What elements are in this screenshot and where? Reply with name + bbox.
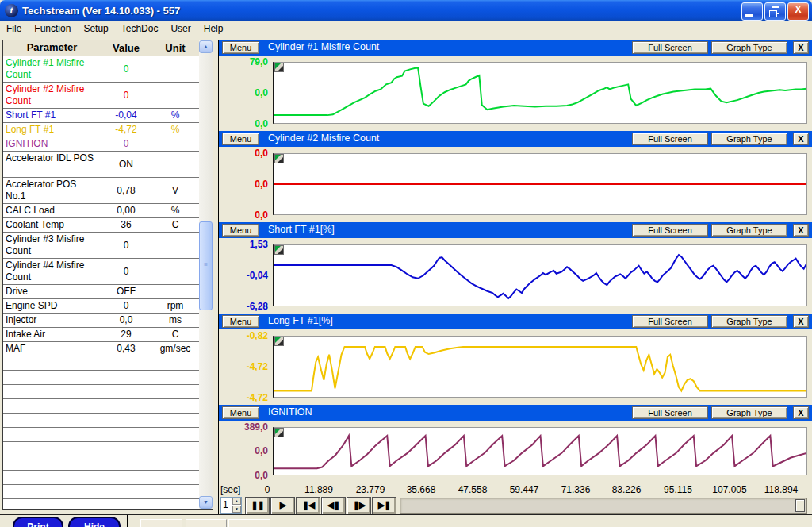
graph-header: Menu Long FT #1[%] Full Screen Graph Typ… <box>219 314 812 329</box>
close-icon: X <box>788 4 808 15</box>
table-row[interactable]: CALC Load 0,00 % <box>3 204 199 218</box>
table-row[interactable]: Short FT #1 -0,04 % <box>3 109 199 123</box>
window-title: Techstream (Ver 14.10.033) - 557 <box>22 5 180 17</box>
menu-file[interactable]: File <box>0 22 28 35</box>
col-header-unit[interactable]: Unit <box>151 40 199 56</box>
close-graph-button[interactable]: X <box>793 133 809 145</box>
play-button[interactable]: ▶ <box>270 497 295 514</box>
menu-button[interactable]: Menu <box>222 224 259 237</box>
menu-help[interactable]: Help <box>197 22 230 35</box>
table-row[interactable]: Intake Air 29 C <box>3 328 199 342</box>
menu-setup[interactable]: Setup <box>77 22 114 35</box>
col-header-value[interactable]: Value <box>102 40 151 56</box>
spinner-up-icon[interactable]: ▲ <box>232 498 241 505</box>
graph-panel-cylinder2: Menu Cylinder #2 Misfire Count Full Scre… <box>219 131 812 222</box>
scrollbar-thumb[interactable]: ≡ <box>199 221 213 310</box>
table-row[interactable]: Accelerator POS No.1 0,78 V <box>3 178 199 204</box>
scroll-down-icon[interactable]: ▼ <box>199 496 213 509</box>
time-tick: 47.558 <box>447 484 498 495</box>
cursor-marker-icon[interactable] <box>274 337 284 346</box>
full-screen-button[interactable]: Full Screen <box>632 224 708 237</box>
graph-header: Menu Cylinder #1 Misfire Count Full Scre… <box>219 40 812 56</box>
close-graph-button[interactable]: X <box>793 224 809 237</box>
pause-button[interactable]: ❚❚ <box>245 497 270 514</box>
table-row[interactable]: MAF 0,43 gm/sec <box>3 342 199 356</box>
y-axis-label-top: 0,0 <box>220 148 268 159</box>
full-screen-button[interactable]: Full Screen <box>632 133 708 145</box>
signal-trace <box>274 68 806 115</box>
cursor-marker-icon[interactable] <box>274 428 284 437</box>
skip-to-end-button[interactable]: ▶❚ <box>372 497 396 514</box>
graph-type-button[interactable]: Graph Type <box>711 41 787 54</box>
graph-panel-long-ft: Menu Long FT #1[%] Full Screen Graph Typ… <box>219 314 812 405</box>
full-screen-button[interactable]: Full Screen <box>632 315 708 328</box>
col-header-parameter[interactable]: Parameter <box>3 40 102 56</box>
strip-divider <box>127 515 128 527</box>
menu-techdoc[interactable]: TechDoc <box>115 22 165 35</box>
graph-type-button[interactable]: Graph Type <box>711 406 787 419</box>
hide-button[interactable]: Hide <box>68 517 121 527</box>
menu-bar: File Function Setup TechDoc User Help <box>0 21 812 36</box>
skip-to-start-button[interactable]: ❚◀ <box>296 497 320 514</box>
menu-button[interactable]: Menu <box>222 315 259 328</box>
table-row[interactable]: Cylinder #2 Misfire Count 0 <box>3 83 199 109</box>
table-scrollbar[interactable]: ▲ ≡ ▼ <box>199 40 213 509</box>
menu-button[interactable]: Menu <box>222 41 259 54</box>
close-button[interactable]: X <box>787 2 809 21</box>
menu-button[interactable]: Menu <box>222 133 259 145</box>
table-row[interactable]: Long FT #1 -4,72 % <box>3 123 199 137</box>
table-row[interactable]: Cylinder #3 Misfire Count 0 <box>3 233 199 259</box>
y-axis-label-top: -0,82 <box>220 330 268 341</box>
timeline-scrollbar[interactable] <box>400 498 807 514</box>
graph-title: Cylinder #1 Misfire Count <box>268 41 379 52</box>
scroll-up-icon[interactable]: ▲ <box>199 40 213 53</box>
close-graph-button[interactable]: X <box>793 406 809 419</box>
signal-trace <box>274 255 806 298</box>
graph-type-button[interactable]: Graph Type <box>711 224 787 237</box>
table-row[interactable]: Cylinder #4 Misfire Count 0 <box>3 259 199 285</box>
full-screen-button[interactable]: Full Screen <box>632 406 708 419</box>
menu-button[interactable]: Menu <box>222 406 259 419</box>
time-unit-label: [sec] <box>220 484 240 495</box>
close-graph-button[interactable]: X <box>793 41 809 54</box>
table-row[interactable]: Accelerator IDL POS ON <box>3 152 199 178</box>
table-row[interactable]: IGNITION 0 <box>3 137 199 152</box>
parameter-table: Parameter Value Unit Cylinder #1 Misfire… <box>2 40 213 510</box>
y-axis-label-top: 79,0 <box>220 56 268 67</box>
y-axis-label-mid: 0,0 <box>220 87 268 98</box>
graph-type-button[interactable]: Graph Type <box>711 133 787 145</box>
full-screen-button[interactable]: Full Screen <box>632 41 708 54</box>
table-row[interactable]: Drive OFF <box>3 285 199 299</box>
time-tick: 0 <box>242 484 293 495</box>
menu-user[interactable]: User <box>164 22 197 35</box>
y-axis-label-bottom: -4,72 <box>220 392 268 403</box>
table-row[interactable]: Injector 0,0 ms <box>3 314 199 328</box>
graph-panel-cylinder1: Menu Cylinder #1 Misfire Count Full Scre… <box>219 40 812 131</box>
bottom-tab[interactable] <box>186 519 227 527</box>
spinner-down-icon[interactable]: ▼ <box>232 506 241 513</box>
graph-title: IGNITION <box>268 406 312 417</box>
step-forward-button[interactable]: ❚▶ <box>347 497 371 514</box>
cursor-marker-icon[interactable] <box>274 245 284 255</box>
timeline-scrollbar-thumb[interactable] <box>795 499 805 512</box>
print-button[interactable]: Print <box>13 517 63 527</box>
minimize-button[interactable] <box>741 2 763 21</box>
table-row[interactable]: Coolant Temp 36 C <box>3 218 199 233</box>
bottom-tab[interactable] <box>140 519 182 527</box>
menu-function[interactable]: Function <box>28 22 77 35</box>
speed-spinner[interactable]: 1 ▲ ▼ <box>220 497 242 514</box>
table-row[interactable]: Engine SPD 0 rpm <box>3 299 199 314</box>
y-axis-label-bottom: -6,28 <box>220 301 268 312</box>
cursor-marker-icon[interactable] <box>274 63 284 72</box>
step-back-button[interactable]: ◀❚ <box>321 497 346 514</box>
bottom-tab[interactable] <box>228 519 270 527</box>
close-graph-button[interactable]: X <box>793 315 809 328</box>
cursor-marker-icon[interactable] <box>274 154 284 163</box>
title-bar: t Techstream (Ver 14.10.033) - 557 X <box>0 0 812 21</box>
y-axis-label-top: 1,53 <box>220 239 268 250</box>
restore-button[interactable] <box>764 2 786 21</box>
minimize-icon <box>745 14 753 17</box>
table-empty-row <box>3 399 199 414</box>
table-row[interactable]: Cylinder #1 Misfire Count 0 <box>3 56 199 83</box>
graph-type-button[interactable]: Graph Type <box>711 315 787 328</box>
